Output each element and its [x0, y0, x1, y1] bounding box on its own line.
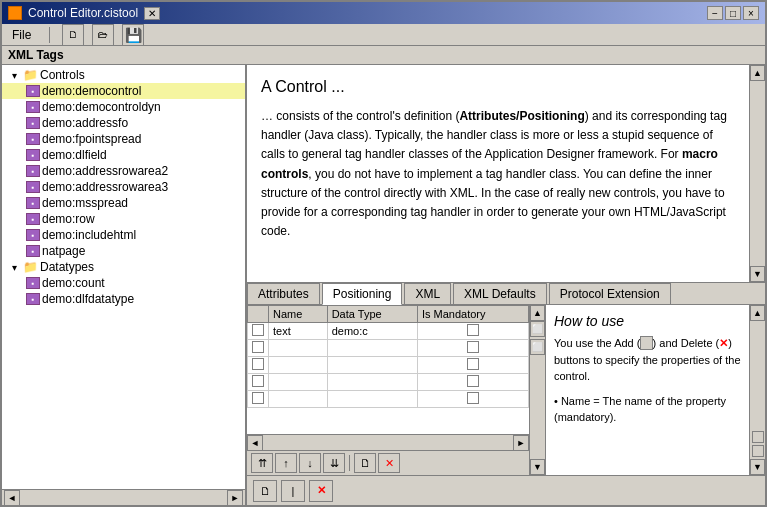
right-panel: A Control ... … consists of the control'… — [247, 65, 765, 505]
move-down-button[interactable]: ↓ — [299, 453, 321, 473]
row-cb-4[interactable] — [248, 374, 269, 391]
tree-item-count[interactable]: ▪ demo:count — [2, 275, 245, 291]
delete-property-button[interactable]: ✕ — [378, 453, 400, 473]
menu-bar: File 🗋 🗁 💾 — [2, 24, 765, 46]
row-name-2[interactable] — [269, 340, 328, 357]
tree-item-addressfo[interactable]: ▪ demo:addressfo — [2, 115, 245, 131]
bottom-bar: 🗋 | ✕ — [247, 475, 765, 505]
tree-label-democontrol: demo:democontrol — [42, 84, 141, 98]
content-title: A Control ... — [261, 75, 735, 99]
row-cb-3[interactable] — [248, 357, 269, 374]
move-up-button[interactable]: ↑ — [275, 453, 297, 473]
app-icon — [8, 6, 22, 20]
tree-item-democontrol[interactable]: ▪ demo:democontrol — [2, 83, 245, 99]
help-vscroll[interactable]: ▲ ▼ — [749, 305, 765, 475]
expand-datatypes-arrow[interactable]: ▾ — [6, 262, 22, 273]
save-file-button[interactable]: 💾 — [122, 24, 144, 46]
content-vscroll[interactable]: ▲ ▼ — [749, 65, 765, 282]
table-wrapper[interactable]: Name Data Type Is Mandatory text — [247, 305, 529, 434]
table-scroll-right[interactable]: ► — [513, 435, 529, 451]
row-cb-1[interactable] — [248, 323, 269, 340]
table-scroll-track[interactable] — [263, 437, 513, 449]
menu-file[interactable]: File — [6, 26, 37, 44]
row-name-5[interactable] — [269, 391, 328, 408]
tree-item-addressrowarea2[interactable]: ▪ demo:addressrowarea2 — [2, 163, 245, 179]
row-name-3[interactable] — [269, 357, 328, 374]
table-vscroll-up[interactable]: ▲ — [530, 305, 545, 321]
bullet-marker: • — [554, 395, 558, 407]
tree-item-natpage[interactable]: ▪ natpage — [2, 243, 245, 259]
tree-item-includehtml[interactable]: ▪ demo:includehtml — [2, 227, 245, 243]
expand-controls-arrow[interactable]: ▾ — [6, 70, 22, 81]
tree-item-addressrowarea3[interactable]: ▪ demo:addressrowarea3 — [2, 179, 245, 195]
open-file-button[interactable]: 🗁 — [92, 24, 114, 46]
row-mandatory-2[interactable] — [417, 340, 528, 357]
table-vscroll[interactable]: ▲ ⬜ ⬜ ▼ — [529, 305, 545, 475]
close-button[interactable]: × — [743, 6, 759, 20]
tree-item-controls[interactable]: ▾ 📁 Controls — [2, 67, 245, 83]
tree-item-row[interactable]: ▪ demo:row — [2, 211, 245, 227]
table-vscroll-handle1[interactable]: ⬜ — [530, 321, 545, 337]
row-mandatory-3[interactable] — [417, 357, 528, 374]
tree-item-msspread[interactable]: ▪ demo:msspread — [2, 195, 245, 211]
help-scroll-btn1[interactable] — [752, 431, 764, 443]
content-scroll-track — [750, 81, 765, 266]
row-datatype-2[interactable] — [327, 340, 417, 357]
minimize-button[interactable]: − — [707, 6, 723, 20]
tab-protocol-extension[interactable]: Protocol Extension — [549, 283, 671, 304]
item-icon-msspread: ▪ — [26, 197, 40, 209]
table-row — [248, 391, 529, 408]
maximize-button[interactable]: □ — [725, 6, 741, 20]
left-panel: ▾ 📁 Controls ▪ demo:democontrol ▪ demo:d… — [2, 65, 247, 505]
tabs-section: Attributes Positioning XML XML Defaults … — [247, 282, 765, 475]
tree-label-fpointspread: demo:fpointspread — [42, 132, 141, 146]
help-scroll-btn2[interactable] — [752, 445, 764, 457]
col-mandatory: Is Mandatory — [417, 306, 528, 323]
tree-item-democontroldyn[interactable]: ▪ demo:democontroldyn — [2, 99, 245, 115]
left-panel-hscroll[interactable]: ◄ ► — [2, 489, 245, 505]
content-scroll-up[interactable]: ▲ — [750, 65, 765, 81]
table-hscroll[interactable]: ◄ ► — [247, 434, 529, 450]
row-cb-5[interactable] — [248, 391, 269, 408]
row-mandatory-4[interactable] — [417, 374, 528, 391]
content-area: A Control ... … consists of the control'… — [247, 65, 749, 282]
bottom-sep: | — [281, 480, 305, 502]
row-cb-2[interactable] — [248, 340, 269, 357]
close-tab-icon[interactable]: ✕ — [144, 7, 160, 20]
new-file-button[interactable]: 🗋 — [62, 24, 84, 46]
tree-item-dlfdatatype[interactable]: ▪ demo:dlfdatatype — [2, 291, 245, 307]
help-scroll-up[interactable]: ▲ — [750, 305, 765, 321]
tree-item-dlfield[interactable]: ▪ demo:dlfield — [2, 147, 245, 163]
tree-item-fpointspread[interactable]: ▪ demo:fpointspread — [2, 131, 245, 147]
tab-attributes[interactable]: Attributes — [247, 283, 320, 304]
table-vscroll-down[interactable]: ▼ — [530, 459, 545, 475]
row-mandatory-5[interactable] — [417, 391, 528, 408]
move-bottom-button[interactable]: ⇊ — [323, 453, 345, 473]
left-scroll-right[interactable]: ► — [227, 490, 243, 506]
help-scroll-down[interactable]: ▼ — [750, 459, 765, 475]
table-vscroll-handle2[interactable]: ⬜ — [530, 339, 545, 355]
item-icon-fpointspread: ▪ — [26, 133, 40, 145]
row-mandatory-1[interactable] — [417, 323, 528, 340]
left-scroll-track[interactable] — [20, 492, 227, 504]
row-datatype-4[interactable] — [327, 374, 417, 391]
tree-container[interactable]: ▾ 📁 Controls ▪ demo:democontrol ▪ demo:d… — [2, 65, 245, 489]
row-name-1[interactable]: text — [269, 323, 328, 340]
row-datatype-1[interactable]: demo:c — [327, 323, 417, 340]
left-scroll-left[interactable]: ◄ — [4, 490, 20, 506]
add-property-button[interactable]: 🗋 — [354, 453, 376, 473]
row-datatype-3[interactable] — [327, 357, 417, 374]
move-top-button[interactable]: ⇈ — [251, 453, 273, 473]
row-name-4[interactable] — [269, 374, 328, 391]
row-datatype-5[interactable] — [327, 391, 417, 408]
tree-label-addressfo: demo:addressfo — [42, 116, 128, 130]
tree-item-datatypes[interactable]: ▾ 📁 Datatypes — [2, 259, 245, 275]
bottom-new-button[interactable]: 🗋 — [253, 480, 277, 502]
bottom-delete-button[interactable]: ✕ — [309, 480, 333, 502]
content-scroll-down[interactable]: ▼ — [750, 266, 765, 282]
table-scroll-left[interactable]: ◄ — [247, 435, 263, 451]
tab-xml[interactable]: XML — [404, 283, 451, 304]
tab-xml-defaults[interactable]: XML Defaults — [453, 283, 547, 304]
tree-label-includehtml: demo:includehtml — [42, 228, 136, 242]
tab-positioning[interactable]: Positioning — [322, 283, 403, 305]
